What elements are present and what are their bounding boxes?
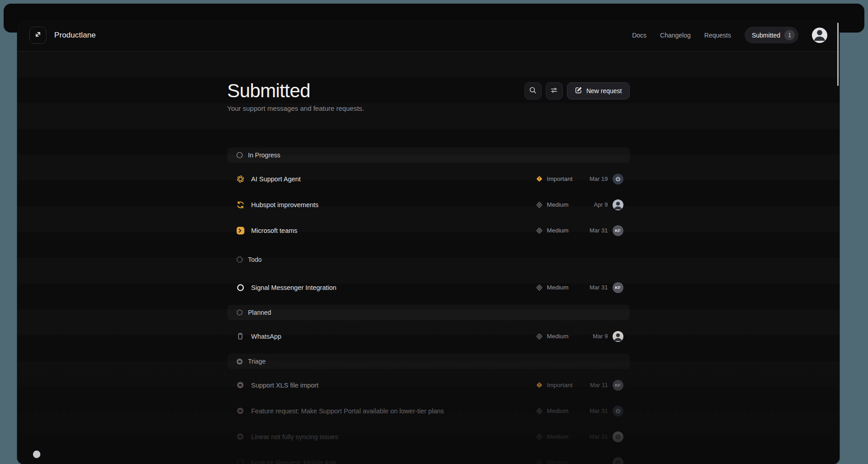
sliders-icon bbox=[550, 86, 558, 95]
phone-icon bbox=[236, 332, 245, 341]
priority-important-icon bbox=[536, 175, 543, 183]
request-date: Mar 11 bbox=[583, 382, 608, 388]
avatar-logo-light bbox=[613, 431, 623, 442]
request-title: Feature request: Make Support Portal ava… bbox=[251, 407, 444, 415]
priority-label: Important bbox=[547, 175, 573, 182]
priority-medium-icon bbox=[536, 284, 543, 291]
priority-label: Medium bbox=[547, 333, 569, 340]
request-meta: Important Mar 11 KF bbox=[536, 380, 623, 391]
triage-rose-icon bbox=[236, 432, 245, 441]
scrollbar-thumb[interactable] bbox=[837, 23, 839, 86]
progress-circle-icon bbox=[236, 152, 243, 159]
request-title: AI Support Agent bbox=[251, 175, 301, 183]
request-date: Mar 9 bbox=[583, 333, 608, 340]
nav-item-docs[interactable]: Docs bbox=[632, 32, 646, 39]
submitted-label: Submitted bbox=[752, 32, 780, 39]
group-header-in-progress[interactable]: In Progress bbox=[227, 147, 630, 163]
priority-label: Medium bbox=[547, 227, 569, 234]
priority: Medium bbox=[536, 407, 579, 415]
nav-item-changelog[interactable]: Changelog bbox=[660, 32, 691, 39]
request-meta: Important Mar 19 bbox=[536, 174, 623, 185]
page-actions: New request bbox=[524, 82, 630, 99]
request-title: Linear not fully syncing issues bbox=[251, 433, 339, 440]
new-request-label: New request bbox=[586, 87, 622, 95]
priority-medium-icon bbox=[536, 201, 543, 208]
request-row[interactable]: Feature request: Make Support Portal ava… bbox=[227, 398, 630, 424]
request-row[interactable]: WhatsApp Medium Mar 9 bbox=[227, 323, 630, 349]
request-title: Hubspot improvements bbox=[251, 201, 319, 208]
request-date: Mar 31 bbox=[583, 227, 608, 234]
request-row[interactable]: Hubspot improvements Medium Apr 9 bbox=[227, 192, 630, 218]
group-label: Planned bbox=[248, 309, 271, 316]
compose-icon bbox=[575, 86, 582, 95]
request-date: Mar 31 bbox=[583, 433, 608, 440]
openai-icon bbox=[236, 175, 245, 184]
request-title: Signal Messenger Integration bbox=[251, 284, 337, 291]
double-arrow-icon bbox=[33, 30, 42, 41]
filter-button[interactable] bbox=[546, 82, 563, 99]
priority: Important bbox=[536, 175, 579, 183]
avatar-initials: KF bbox=[613, 282, 623, 293]
nav-item-submitted[interactable]: Submitted 1 bbox=[745, 27, 798, 43]
request-meta: Medium Mar 31 KF bbox=[536, 282, 623, 293]
priority-medium-icon bbox=[536, 227, 543, 234]
request-title: WhatsApp bbox=[251, 333, 282, 340]
requests-list: In Progress AI Support Agent Important M… bbox=[227, 143, 630, 464]
main-area: Submitted Your support messages and feat… bbox=[17, 52, 840, 464]
search-icon bbox=[529, 86, 537, 95]
triage-rose-icon bbox=[236, 381, 245, 390]
priority: Medium bbox=[536, 284, 579, 291]
spinner-circle-icon bbox=[236, 458, 245, 464]
priority-medium-icon bbox=[536, 459, 543, 464]
request-meta: Medium bbox=[536, 457, 623, 464]
hexagon-icon bbox=[236, 309, 243, 316]
request-date: Mar 19 bbox=[583, 175, 608, 182]
priority-important-icon bbox=[536, 382, 543, 389]
priority-medium-icon bbox=[536, 407, 543, 415]
request-row[interactable]: Feature Request: Mobile App Medium bbox=[227, 450, 630, 464]
avatar-photo-a bbox=[613, 199, 623, 210]
priority-label: Medium bbox=[547, 459, 569, 464]
avatar-photo-b bbox=[613, 331, 623, 342]
priority-label: Medium bbox=[547, 407, 569, 414]
nav-item-requests[interactable]: Requests bbox=[704, 32, 731, 39]
avatar-logo-dark bbox=[613, 406, 623, 417]
avatar-initials: KF bbox=[613, 380, 623, 391]
productlane-logo[interactable] bbox=[29, 27, 47, 44]
request-date: Mar 31 bbox=[583, 284, 608, 291]
app-header: Productlane Docs Changelog Requests Subm… bbox=[17, 19, 840, 52]
page-subtitle: Your support messages and feature reques… bbox=[227, 104, 364, 112]
priority-label: Medium bbox=[547, 433, 569, 440]
priority: Medium bbox=[536, 201, 579, 208]
priority-medium-icon bbox=[536, 333, 543, 340]
request-row[interactable]: Support XLS file import Important Mar 11… bbox=[227, 372, 630, 398]
person-photo-icon bbox=[812, 28, 827, 43]
priority-label: Medium bbox=[547, 284, 569, 291]
search-button[interactable] bbox=[524, 82, 542, 99]
request-row[interactable]: Signal Messenger Integration Medium Mar … bbox=[227, 275, 630, 300]
chat-bubble-icon[interactable] bbox=[32, 450, 42, 461]
page-title-block: Submitted Your support messages and feat… bbox=[227, 80, 364, 112]
terminal-icon bbox=[236, 226, 245, 235]
group-header-triage[interactable]: Triage bbox=[227, 354, 630, 369]
user-avatar[interactable] bbox=[812, 28, 827, 43]
request-meta: Medium Mar 9 bbox=[536, 331, 623, 342]
priority: Medium bbox=[536, 433, 579, 440]
new-request-button[interactable]: New request bbox=[567, 82, 630, 99]
header-nav: Docs Changelog Requests Submitted 1 bbox=[632, 27, 827, 43]
request-meta: Medium Mar 31 KF bbox=[536, 225, 623, 236]
request-row[interactable]: Microsoft teams Medium Mar 31 KF bbox=[227, 218, 630, 243]
group-header-todo[interactable]: Todo bbox=[227, 248, 630, 271]
submitted-count-badge: 1 bbox=[784, 30, 795, 40]
request-row[interactable]: Linear not fully syncing issues Medium M… bbox=[227, 424, 630, 450]
brand-name: Productlane bbox=[54, 31, 96, 40]
avatar-initials: KF bbox=[613, 225, 623, 236]
priority: Medium bbox=[536, 227, 579, 234]
request-date: Apr 9 bbox=[583, 201, 608, 208]
request-row[interactable]: AI Support Agent Important Mar 19 bbox=[227, 166, 630, 192]
group-header-planned[interactable]: Planned bbox=[227, 305, 630, 320]
priority-label: Medium bbox=[547, 201, 569, 208]
priority-medium-icon bbox=[536, 433, 543, 440]
priority: Medium bbox=[536, 459, 579, 464]
request-date: Mar 31 bbox=[583, 407, 608, 414]
